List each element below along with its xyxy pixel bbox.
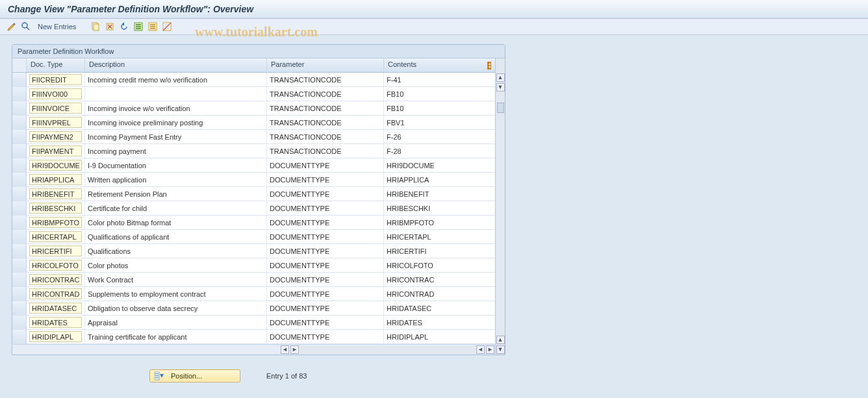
table-row[interactable]: FIIPAYMENTIncoming paymentTRANSACTIONCOD… xyxy=(12,144,495,158)
doc-type-input[interactable]: HRIBESCHKI xyxy=(29,203,82,214)
doc-type-input[interactable]: HRICERTIFI xyxy=(29,245,82,256)
row-selector[interactable] xyxy=(12,258,27,272)
parameter-cell: DOCUMENTTYPE xyxy=(267,287,384,301)
toggle-display-change-icon[interactable] xyxy=(6,21,17,32)
doc-type-input[interactable]: HRIDATASEC xyxy=(29,303,82,314)
doc-type-input[interactable]: HRICONTRAD xyxy=(29,288,82,299)
table-row[interactable]: HRIBESCHKICertificate for childDOCUMENTT… xyxy=(12,201,495,216)
doc-type-input[interactable]: FIIPAYMEN2 xyxy=(29,131,82,142)
svg-rect-13 xyxy=(150,26,155,27)
doc-type-input[interactable]: FIIPAYMENT xyxy=(29,145,82,156)
row-selector[interactable] xyxy=(12,244,27,258)
contents-cell: HRIBMPFOTO xyxy=(384,216,495,229)
new-entries-button[interactable]: New Entries xyxy=(35,23,79,31)
row-selector[interactable] xyxy=(12,287,27,301)
table-row[interactable]: FIIINVOICEIncoming invoice w/o verificat… xyxy=(12,101,495,116)
row-selector[interactable] xyxy=(12,301,27,315)
row-selector[interactable] xyxy=(12,87,27,101)
parameter-cell: DOCUMENTTYPE xyxy=(267,230,384,243)
vertical-scrollbar[interactable]: ▲ ▼ ▲ ▼ xyxy=(495,58,505,354)
row-selector[interactable] xyxy=(12,230,27,243)
table-row[interactable]: HRIDIPLAPLTraining certificate for appli… xyxy=(12,330,495,344)
row-selector[interactable] xyxy=(12,173,27,186)
table-row[interactable]: HRIBMPFOTOColor photo Bitmap formatDOCUM… xyxy=(12,216,495,230)
doc-type-input[interactable]: FIICREDIT xyxy=(29,74,82,85)
vscroll-thumb[interactable] xyxy=(497,103,504,113)
doc-type-input[interactable]: HRIBMPFOTO xyxy=(29,217,82,228)
table-row[interactable]: HRIDATASECObligation to observe data sec… xyxy=(12,301,495,316)
delete-icon[interactable] xyxy=(105,21,115,32)
contents-cell: HRICERTIFI xyxy=(384,244,495,258)
row-selector[interactable] xyxy=(12,201,27,215)
vscroll-down-step-icon[interactable]: ▼ xyxy=(496,83,505,92)
table-row[interactable]: HRICERTAPLQualifications of applicantDOC… xyxy=(12,230,495,244)
doc-type-input[interactable]: HRICOLFOTO xyxy=(29,260,82,271)
table-row[interactable]: HRICOLFOTOColor photosDOCUMENTTYPEHRICOL… xyxy=(12,258,495,273)
row-selector[interactable] xyxy=(12,116,27,129)
parameter-cell: DOCUMENTTYPE xyxy=(267,187,384,201)
table-row[interactable]: HRIDATESAppraisalDOCUMENTTYPEHRIDATES xyxy=(12,316,495,330)
table-row[interactable]: FIICREDITIncoming credit memo w/o verifi… xyxy=(12,73,495,87)
doc-type-input[interactable]: HRIDATES xyxy=(29,317,82,328)
col-header-description[interactable]: Description xyxy=(85,58,267,72)
row-selector[interactable] xyxy=(12,187,27,201)
doc-type-input[interactable]: HRICERTAPL xyxy=(29,231,82,242)
table-row[interactable]: HRIAPPLICAWritten applicationDOCUMENTTYP… xyxy=(12,173,495,187)
row-selector[interactable] xyxy=(12,273,27,286)
col-header-parameter[interactable]: Parameter xyxy=(267,58,384,72)
undo-change-icon[interactable] xyxy=(119,21,129,32)
table-row[interactable]: FIIPAYMEN2Incoming Payment Fast EntryTRA… xyxy=(12,130,495,144)
hscroll-right-icon[interactable]: ► xyxy=(486,345,494,354)
table-row[interactable]: FIIINVPRELIncoming invoice preliminary p… xyxy=(12,116,495,130)
table-row[interactable]: HRICONTRACWork ContractDOCUMENTTYPEHRICO… xyxy=(12,273,495,287)
description-cell: I-9 Documentation xyxy=(85,158,267,172)
position-button[interactable]: Position... xyxy=(149,369,240,382)
select-block-icon[interactable] xyxy=(147,21,158,32)
select-all-icon[interactable] xyxy=(133,21,144,32)
contents-cell: F-41 xyxy=(384,73,495,86)
doc-type-input[interactable]: HRICONTRAC xyxy=(29,274,82,285)
vscroll-up-end-icon[interactable]: ▲ xyxy=(496,336,505,344)
vscroll-down-icon[interactable]: ▼ xyxy=(496,345,505,354)
contents-cell: HRICOLFOTO xyxy=(384,258,495,272)
table-row[interactable]: HRICONTRADSupplements to employment cont… xyxy=(12,287,495,301)
row-selector[interactable] xyxy=(12,158,27,172)
find-icon[interactable] xyxy=(21,21,31,32)
row-selector[interactable] xyxy=(12,316,27,329)
doc-type-input[interactable]: HRIAPPLICA xyxy=(29,174,82,185)
row-selector[interactable] xyxy=(12,130,27,143)
table-row[interactable]: HRICERTIFIQualificationsDOCUMENTTYPEHRIC… xyxy=(12,244,495,258)
horizontal-scrollbar[interactable]: ◄ ► ◄ ► xyxy=(12,344,495,354)
table-row[interactable]: FIIINVOI00TRANSACTIONCODEFB10 xyxy=(12,87,495,101)
row-selector[interactable] xyxy=(12,330,27,343)
col-header-contents[interactable]: Contents xyxy=(384,58,483,72)
table-row[interactable]: HRI9DOCUMEI-9 DocumentationDOCUMENTTYPEH… xyxy=(12,158,495,173)
row-selector[interactable] xyxy=(12,144,27,158)
parameter-cell: DOCUMENTTYPE xyxy=(267,301,384,315)
row-selector[interactable] xyxy=(12,73,27,86)
table-settings-icon[interactable] xyxy=(483,58,495,72)
doc-type-input[interactable]: HRIDIPLAPL xyxy=(29,331,82,342)
doc-type-input[interactable]: FIIINVPREL xyxy=(29,117,82,128)
position-icon xyxy=(154,371,164,380)
col-header-doc-type[interactable]: Doc. Type xyxy=(27,58,85,72)
parameter-cell: DOCUMENTTYPE xyxy=(267,330,384,343)
row-selector[interactable] xyxy=(12,216,27,229)
row-selector[interactable] xyxy=(12,101,27,115)
doc-type-input[interactable]: FIIINVOI00 xyxy=(29,88,82,99)
hscroll-left-icon[interactable]: ◄ xyxy=(281,345,289,354)
hscroll-left-end-icon[interactable]: ◄ xyxy=(476,345,485,354)
vscroll-up-icon[interactable]: ▲ xyxy=(496,73,505,82)
doc-type-input[interactable]: HRI9DOCUME xyxy=(29,160,82,171)
copy-as-icon[interactable] xyxy=(90,21,101,32)
deselect-all-icon[interactable] xyxy=(162,21,172,32)
parameter-cell: DOCUMENTTYPE xyxy=(267,158,384,172)
doc-type-input[interactable]: HRIBENEFIT xyxy=(29,188,82,199)
description-cell: Obligation to observe data secrecy xyxy=(85,301,267,315)
contents-cell: HRICERTAPL xyxy=(384,230,495,243)
description-cell: Retirement Pension Plan xyxy=(85,187,267,201)
table-row[interactable]: HRIBENEFITRetirement Pension PlanDOCUMEN… xyxy=(12,187,495,201)
contents-cell: FB10 xyxy=(384,101,495,115)
doc-type-input[interactable]: FIIINVOICE xyxy=(29,103,82,114)
hscroll-right-step-icon[interactable]: ► xyxy=(290,345,299,354)
